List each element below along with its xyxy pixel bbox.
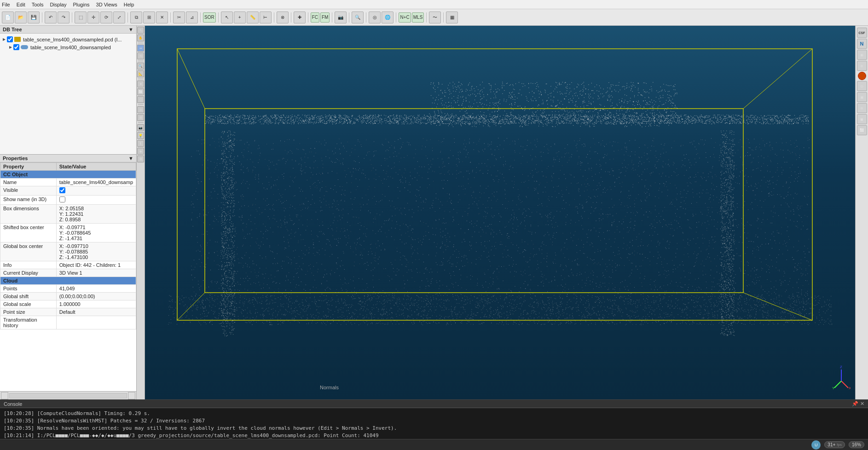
rs-p1[interactable]: ◉ xyxy=(857,50,867,60)
tb-lens[interactable]: 🔍 xyxy=(352,12,364,23)
rs-p7[interactable]: ◼ xyxy=(857,114,867,124)
menu-edit[interactable]: Edit xyxy=(17,2,25,7)
lt-light[interactable]: 💡 xyxy=(137,132,144,139)
prop-key-boxdim: Box dimensions xyxy=(0,205,57,224)
lt-grid[interactable]: ⊞ xyxy=(137,114,144,121)
tb-globe[interactable]: 🌐 xyxy=(382,12,393,23)
tb-open[interactable]: 📂 xyxy=(15,12,27,23)
tree-item-root[interactable]: ▶ table_scene_lms400_downsampled.pcd (I.… xyxy=(1,35,135,43)
prop-val-visible[interactable] xyxy=(56,186,136,196)
prop-val-name: table_scene_lms400_downsamp xyxy=(56,179,136,186)
console-content: [10:20:28] [ComputeCloudNormals] Timing:… xyxy=(0,408,868,439)
lt-measure2[interactable]: 📐 xyxy=(137,70,144,77)
lt-rect[interactable]: ⬜ xyxy=(137,88,144,95)
tree-expand-arrow[interactable]: ▶ xyxy=(3,37,6,41)
tb-mls-label[interactable]: MLS xyxy=(412,12,424,23)
console-area: Console 📌 ✕ [10:20:28] [ComputeCloudNorm… xyxy=(0,399,868,450)
console-line-1: [10:20:35] [ResolveNormalsWithMST] Patch… xyxy=(4,417,864,425)
point-cloud-canvas xyxy=(145,26,855,399)
tb-measure[interactable]: 📏 xyxy=(247,12,259,23)
properties-collapse-btn[interactable]: ▼ xyxy=(128,156,133,161)
lt-pan[interactable]: ✋ xyxy=(137,35,144,41)
prop-visible-checkbox[interactable] xyxy=(59,187,65,193)
tb-sep5 xyxy=(200,12,201,23)
lt-translate[interactable]: ⇔ xyxy=(137,45,144,52)
scroll-right-btn[interactable]: ▶ xyxy=(128,392,135,399)
tb-sep10 xyxy=(332,12,332,23)
console-close-btn[interactable]: ✕ xyxy=(860,401,864,407)
tb-scale[interactable]: ⤢ xyxy=(113,12,125,23)
tree-item-cloud[interactable]: ▶ table_scene_lms400_downsampled xyxy=(7,43,135,51)
menu-tools[interactable]: Tools xyxy=(32,2,44,7)
tb-sor-label[interactable]: SOR xyxy=(203,12,216,23)
lt-rotate2[interactable]: ⟲ xyxy=(137,52,144,59)
scroll-track[interactable] xyxy=(9,393,127,398)
rs-p4[interactable]: ◎ xyxy=(857,81,867,91)
console-line-2: [10:20:35] Normals have been oriented: y… xyxy=(4,425,864,432)
menu-help[interactable]: Help xyxy=(124,2,134,7)
main-area: DB Tree ▼ ▶ table_scene_lms400_downsampl… xyxy=(0,26,868,399)
prop-val-showname[interactable] xyxy=(56,196,136,205)
viewport-3d[interactable]: X Y Z Normals xyxy=(145,26,855,399)
menu-file[interactable]: File xyxy=(2,2,10,7)
rs-csf[interactable]: CSF xyxy=(857,28,867,38)
rs-p3[interactable] xyxy=(858,72,866,80)
rs-p6[interactable]: ⊗ xyxy=(857,103,867,113)
dbtree-collapse-btn[interactable]: ▼ xyxy=(128,27,133,32)
lt-settings[interactable]: ⚙ xyxy=(137,156,144,162)
rs-p2[interactable]: ⊕ xyxy=(857,61,867,71)
tb-undo[interactable]: ↶ xyxy=(45,12,57,23)
lt-poly[interactable]: ⬡ xyxy=(137,96,144,103)
rs-north[interactable]: N xyxy=(857,39,867,49)
tb-fm-label[interactable]: FM xyxy=(320,12,330,23)
tb-translate[interactable]: ✛ xyxy=(87,12,99,23)
tb-sep4 xyxy=(170,12,171,23)
tb-rotate[interactable]: ⟳ xyxy=(100,12,112,23)
tb-pick[interactable]: + xyxy=(234,12,246,23)
menu-3dviews[interactable]: 3D Views xyxy=(96,2,117,7)
tb-save[interactable]: 💾 xyxy=(28,12,40,23)
tb-nav[interactable]: ◎ xyxy=(369,12,381,23)
prop-key-name: Name xyxy=(0,179,57,186)
tb-align[interactable]: ⊿ xyxy=(186,12,198,23)
tb-segment[interactable]: ✂ xyxy=(173,12,185,23)
tb-ruler[interactable]: ⊢ xyxy=(260,12,272,23)
tree-cloud-checkbox[interactable] xyxy=(13,44,19,50)
tree-cloud-expand[interactable]: ▶ xyxy=(9,45,12,49)
tb-classify[interactable]: ▦ xyxy=(446,12,458,23)
menu-plugins[interactable]: Plugins xyxy=(73,2,89,7)
tb-curve[interactable]: 〜 xyxy=(429,12,441,23)
tree-root-checkbox[interactable] xyxy=(7,36,13,42)
tb-new[interactable]: 📄 xyxy=(2,12,14,23)
lt-zoom[interactable]: 🔍 xyxy=(137,63,144,69)
rs-p8[interactable]: ⬜ xyxy=(857,125,867,135)
tb-delete[interactable]: ✕ xyxy=(156,12,168,23)
dbtree-header: DB Tree ▼ xyxy=(0,26,136,34)
lt-info[interactable]: ℹ xyxy=(137,140,144,147)
lt-sep3 xyxy=(138,79,144,79)
menu-display[interactable]: Display xyxy=(50,2,66,7)
scroll-left-btn[interactable]: ◀ xyxy=(1,392,8,399)
tb-select[interactable]: ⬚ xyxy=(75,12,87,23)
console-pin-btn[interactable]: 📌 xyxy=(852,401,858,407)
tb-clone[interactable]: ⧉ xyxy=(130,12,142,23)
tb-cut[interactable]: ⊗ xyxy=(277,12,289,23)
lt-pick[interactable]: ✦ xyxy=(137,81,144,87)
lt-camera[interactable]: 📷 xyxy=(137,124,144,131)
tb-pointer[interactable]: ↖ xyxy=(221,12,233,23)
tb-merge[interactable]: ⊞ xyxy=(143,12,155,23)
lt-snap[interactable]: ⊙ xyxy=(137,106,144,113)
lt-display[interactable]: ◈ xyxy=(137,148,144,155)
tb-screenshot[interactable]: 📷 xyxy=(335,12,347,23)
tree-cloud-icon xyxy=(21,45,28,49)
tb-redo[interactable]: ↷ xyxy=(58,12,69,23)
rs-p5[interactable]: ▣ xyxy=(857,92,867,102)
prop-row-global-center: Global box center X: -0.097710 Y: -0.078… xyxy=(0,242,136,261)
tb-fc-label[interactable]: FC xyxy=(311,12,319,23)
toolbar: 📄 📂 💾 ↶ ↷ ⬚ ✛ ⟳ ⤢ ⧉ ⊞ ✕ ✂ ⊿ SOR ↖ + 📏 ⊢ … xyxy=(0,9,868,26)
prop-val-boxdim: X: 2.05158 Y: 1.22431 Z: 0.8958 xyxy=(56,205,136,224)
tb-nc-label[interactable]: N+C xyxy=(399,12,411,23)
tb-cross[interactable]: ✚ xyxy=(294,12,306,23)
prop-showname-checkbox[interactable] xyxy=(59,196,65,202)
lt-cursor[interactable]: ↖ xyxy=(137,27,144,34)
